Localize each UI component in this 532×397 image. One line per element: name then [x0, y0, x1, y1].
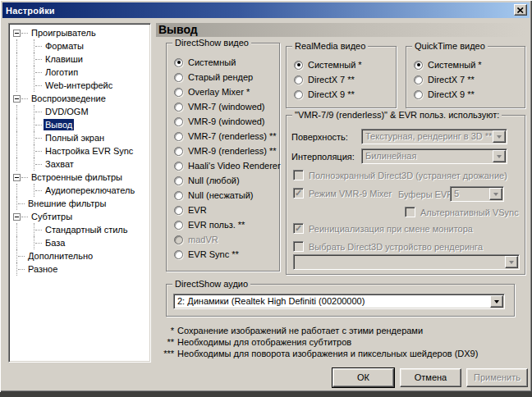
window-title: Настройки [2, 6, 55, 16]
close-icon [517, 7, 524, 13]
vmr-evr-settings-group: "VMR-7/9 (renderless)" & EVR польз. испо… [286, 115, 525, 275]
sidebar-item-fullscreen[interactable]: Полный экран [9, 131, 150, 144]
radio-icon [174, 176, 183, 185]
vmr9-mixer-checkbox[interactable]: Режим VMR-9 Mixer [293, 188, 393, 198]
radio-vmr7-renderless[interactable]: VMR-7 (renderless) ** [167, 129, 279, 144]
apply-button[interactable]: Применить [466, 368, 528, 387]
tree-collapse-icon[interactable] [13, 174, 21, 181]
sidebar-item-evr-sync-settings[interactable]: Настройка EVR Sync [9, 144, 150, 157]
radio-system[interactable]: Системный [167, 55, 279, 70]
sidebar-item-web-interface[interactable]: Web-интерфейс [9, 79, 150, 92]
reinit-on-monitor-change-checkbox[interactable]: Реинициализация при смене монитора [293, 223, 473, 234]
radio-icon [174, 235, 183, 244]
radio-qt-directx7[interactable]: DirectX 7 ** [406, 72, 525, 87]
radio-icon [414, 75, 423, 84]
audio-device-select[interactable]: 2: Динамики (Realtek High Definiti (0020… [173, 294, 505, 309]
tree-collapse-icon[interactable] [13, 95, 21, 103]
page-title: Вывод [156, 23, 525, 37]
radio-icon [414, 90, 423, 99]
evr-buffers-select[interactable]: 5 [450, 186, 504, 202]
radio-icon [294, 61, 303, 70]
radio-rm-directx9[interactable]: DirectX 9 ** [287, 87, 396, 102]
sidebar-item-keys[interactable]: Клавиши [9, 52, 150, 66]
close-button[interactable] [514, 4, 527, 16]
directshow-audio-group: DirectShow аудио 2: Динамики (Realtek Hi… [166, 284, 515, 317]
chevron-down-icon[interactable] [505, 256, 518, 268]
radio-icon [174, 73, 183, 82]
sidebar-item-external-filters[interactable]: Внешние фильтры [9, 197, 150, 210]
radio-null-uncompressed[interactable]: Null (несжатый) [167, 188, 279, 203]
tree-collapse-icon[interactable] [13, 213, 21, 221]
chevron-down-icon[interactable] [493, 150, 506, 162]
sidebar-item-player[interactable]: Проигрыватель [9, 26, 150, 39]
sidebar-item-internal-filters[interactable]: Встроенные фильтры [9, 171, 150, 184]
surface-select[interactable]: Текстурная, рендеринг в 3D ** [361, 129, 507, 144]
radio-rm-system[interactable]: Системный * [287, 57, 396, 72]
radio-icon [174, 132, 183, 141]
d3d-device-select[interactable] [293, 254, 520, 270]
tree-collapse-icon[interactable] [13, 30, 21, 37]
sidebar-item-playback[interactable]: Воспроизведение [9, 92, 150, 105]
fullscreen-d3d-checkbox[interactable]: Полноэкранный Direct3D (устраняет дрожан… [293, 170, 507, 180]
selected-tree-item: Вывод [44, 119, 74, 130]
radio-icon [174, 191, 183, 200]
radio-qt-directx9[interactable]: DirectX 9 ** [406, 87, 525, 102]
realmedia-video-group: RealMedia видео Системный * DirectX 7 **… [286, 46, 397, 108]
sidebar-item-database[interactable]: База [9, 236, 150, 249]
radio-null-any[interactable]: Null (любой) [167, 173, 279, 188]
surface-label: Поверхность: [291, 132, 348, 142]
radio-haali-renderer[interactable]: Haali's Video Renderer [167, 158, 279, 173]
radio-old-renderer[interactable]: Старый рендер [167, 70, 279, 84]
footnotes: * Сохранение изображений не работает с э… [159, 326, 478, 360]
sidebar-item-advanced[interactable]: Дополнительно [9, 249, 150, 262]
radio-overlay-mixer[interactable]: Overlay Mixer * [167, 84, 279, 99]
cancel-button[interactable]: Отмена [400, 368, 461, 387]
radio-icon [174, 206, 183, 215]
sidebar-item-output[interactable]: Вывод [9, 118, 150, 131]
sidebar-item-formats[interactable]: Форматы [9, 39, 150, 52]
sidebar-item-logo[interactable]: Логотип [9, 66, 150, 79]
radio-vmr7-windowed[interactable]: VMR-7 (windowed) [167, 99, 279, 114]
footnote-3: *** Необходимы для поворота изображения … [159, 349, 478, 360]
select-d3d-device-checkbox[interactable]: Выбрать Direct3D устройство рендеринга [293, 241, 483, 252]
radio-icon [174, 162, 183, 171]
chevron-down-icon[interactable] [493, 130, 506, 143]
interpolation-select[interactable]: Билинейная [361, 148, 507, 164]
ok-button[interactable]: ОК [332, 368, 394, 387]
alternative-vsync-checkbox[interactable]: Альтернативный VSync [405, 207, 519, 217]
sidebar-item-subtitles[interactable]: Субтитры [9, 210, 150, 223]
chevron-down-icon[interactable] [490, 295, 503, 308]
radio-vmr9-renderless[interactable]: VMR-9 (renderless) ** [167, 144, 279, 158]
radio-icon [294, 90, 303, 99]
checkbox-icon [405, 207, 415, 217]
radio-rm-directx7[interactable]: DirectX 7 ** [287, 72, 396, 87]
sidebar-item-audio-switcher[interactable]: Аудиопереключатель [9, 184, 150, 197]
checkbox-icon [293, 188, 304, 198]
radio-icon [294, 75, 303, 84]
radio-icon [174, 250, 183, 259]
radio-evr-sync[interactable]: EVR Sync ** [167, 247, 279, 262]
radio-evr[interactable]: EVR [167, 203, 279, 217]
checkbox-icon [293, 223, 304, 234]
title-bar[interactable]: Настройки [2, 2, 530, 18]
radio-icon [174, 88, 183, 97]
sidebar-item-capture[interactable]: Захват [9, 157, 150, 171]
radio-evr-custom[interactable]: EVR польз. ** [167, 217, 279, 232]
sidebar-item-dvd-ogm[interactable]: DVD/OGM [9, 105, 150, 118]
radio-icon [174, 221, 183, 230]
radio-qt-system[interactable]: Системный * [406, 57, 525, 72]
radio-vmr9-windowed[interactable]: VMR-9 (windowed) [167, 114, 279, 129]
directshow-video-group: DirectShow видео Системный Старый рендер… [166, 43, 280, 272]
settings-tree: Проигрыватель Форматы Клавиши Логотип We… [8, 23, 151, 363]
radio-icon [174, 103, 183, 112]
radio-icon [174, 147, 183, 156]
radio-madvr[interactable]: madVR [167, 232, 279, 247]
sidebar-item-default-style[interactable]: Стандартный стиль [9, 223, 150, 236]
sidebar-item-misc[interactable]: Разное [9, 262, 150, 276]
radio-icon [174, 58, 183, 67]
evr-buffers-label: Буферы EVR: [398, 189, 456, 199]
chevron-down-icon[interactable] [489, 188, 502, 200]
checkbox-icon [293, 170, 304, 180]
quicktime-video-group: QuickTime видео Системный * DirectX 7 **… [406, 46, 525, 108]
footnote-2: ** Необходимы для отображения субтитров [159, 337, 478, 349]
